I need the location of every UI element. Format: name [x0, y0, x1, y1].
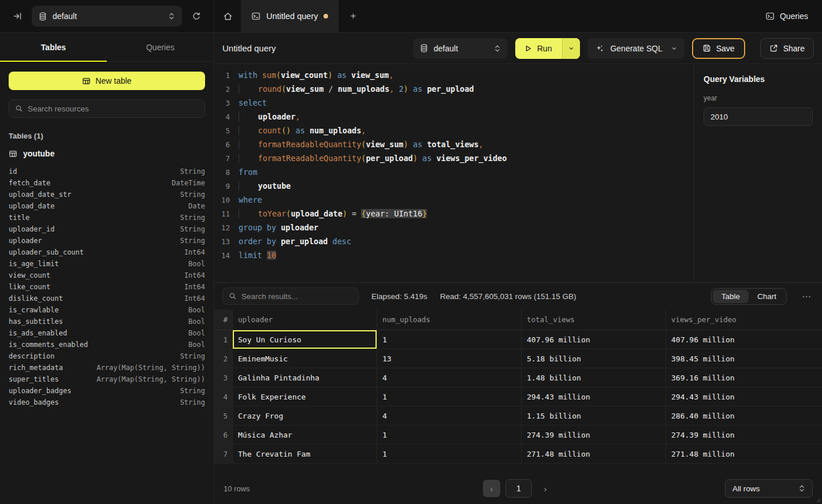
code-token: upload_date	[291, 209, 342, 218]
table-cell[interactable]: 294.43 million	[666, 387, 822, 406]
run-button[interactable]: Run	[515, 38, 563, 59]
schema-field[interactable]: descriptionString	[9, 350, 205, 362]
view-toggle-chart[interactable]: Chart	[749, 290, 785, 303]
table-cell[interactable]: 271.48 million	[522, 445, 666, 463]
table-cell[interactable]: 4	[377, 406, 522, 425]
table-cell[interactable]: EminemMusic	[233, 349, 377, 368]
home-button[interactable]	[214, 0, 241, 32]
schema-field[interactable]: upload_dateDate	[9, 200, 205, 212]
table-cell[interactable]: 271.48 million	[666, 445, 822, 463]
toolbar-database-select[interactable]: default	[413, 38, 508, 59]
sql-editor[interactable]: 1with sum(view_count) as view_sum,2 roun…	[214, 64, 694, 282]
schema-field[interactable]: uploader_badgesString	[9, 385, 205, 397]
line-number: 5	[214, 126, 230, 135]
tab-untitled-query[interactable]: Untitled query	[241, 0, 339, 32]
table-item-youtube[interactable]: youtube	[9, 149, 205, 158]
table-cell[interactable]: 1	[377, 387, 522, 406]
results-search[interactable]	[222, 288, 359, 305]
sidebar-tab-queries[interactable]: Queries	[107, 33, 214, 61]
table-cell[interactable]: 274.39 million	[522, 425, 666, 444]
table-cell[interactable]: Folk Experience	[233, 387, 377, 406]
column-header[interactable]: views_per_video	[666, 309, 822, 330]
table-cell[interactable]: The Crevatin Fam	[233, 445, 377, 463]
code-token: )	[404, 140, 408, 149]
code-line: 10where	[214, 193, 694, 207]
table-cell[interactable]: 1	[377, 330, 522, 349]
schema-field[interactable]: is_comments_enabledBool	[9, 339, 205, 350]
table-cell[interactable]: Música Azhar	[233, 425, 377, 444]
variable-input[interactable]	[704, 107, 813, 126]
table-row: 2EminemMusic135.18 billion398.45 million	[214, 349, 822, 368]
table-cell[interactable]: 294.43 million	[522, 387, 666, 406]
table-cell[interactable]: Galinha Pintadinha	[233, 368, 377, 387]
table-cell[interactable]: 286.40 million	[666, 406, 822, 425]
app-window: default Untitled query + Queries	[0, 0, 822, 504]
page-size-value: All rows	[732, 484, 760, 493]
results-search-input[interactable]	[241, 292, 352, 301]
more-options-button[interactable]: ⋯	[799, 291, 814, 302]
table-cell[interactable]: 274.39 million	[666, 425, 822, 444]
schema-field[interactable]: idString	[9, 166, 205, 177]
new-tab-button[interactable]: +	[339, 0, 367, 32]
table-cell[interactable]: 398.45 million	[666, 349, 822, 368]
resource-search-input[interactable]	[28, 104, 199, 113]
line-number: 2	[214, 85, 230, 94]
previous-page-button[interactable]: ‹	[483, 480, 500, 497]
run-options-button[interactable]	[562, 38, 580, 59]
schema-field[interactable]: is_ads_enabledBool	[9, 327, 205, 339]
schema-field[interactable]: has_subtitlesBool	[9, 316, 205, 327]
table-cell[interactable]: 1	[377, 425, 522, 444]
save-button[interactable]: Save	[692, 38, 745, 59]
table-cell[interactable]: 1.15 billion	[522, 406, 666, 425]
resource-search[interactable]	[9, 99, 205, 118]
schema-field[interactable]: uploader_idString	[9, 223, 205, 235]
sidebar-tab-tables[interactable]: Tables	[0, 33, 107, 61]
table-cell[interactable]: 4	[377, 368, 522, 387]
schema-field[interactable]: is_age_limitBool	[9, 258, 205, 270]
column-header[interactable]: num_uploads	[377, 309, 522, 330]
schema-field[interactable]: upload_date_strString	[9, 189, 205, 200]
schema-field[interactable]: rich_metadataArray(Map(String, String))	[9, 362, 205, 374]
schema-field[interactable]: titleString	[9, 212, 205, 223]
table-cell[interactable]: 1.48 billion	[522, 368, 666, 387]
view-toggle-table[interactable]: Table	[713, 290, 749, 303]
table-row: 6Música Azhar1274.39 million274.39 milli…	[214, 425, 822, 445]
schema-field[interactable]: super_titlesArray(Map(String, String))	[9, 374, 205, 385]
query-toolbar: Untitled query default Run	[214, 33, 822, 64]
refresh-button[interactable]	[188, 8, 204, 24]
line-number: 9	[214, 182, 230, 191]
code-token: uploader	[281, 223, 318, 232]
queries-panel-button[interactable]: Queries	[765, 12, 808, 21]
schema-field[interactable]: video_badgesString	[9, 397, 205, 408]
page-number-input[interactable]	[505, 479, 532, 498]
schema-field[interactable]: fetch_dateDateTime	[9, 177, 205, 189]
next-page-button[interactable]: ›	[537, 480, 553, 497]
schema-field[interactable]: like_countInt64	[9, 281, 205, 293]
table-cell[interactable]: 1	[377, 445, 522, 463]
table-cell[interactable]: 407.96 million	[522, 330, 666, 349]
schema-field[interactable]: uploaderString	[9, 235, 205, 247]
table-cell[interactable]: 5.18 billion	[522, 349, 666, 368]
schema-field[interactable]: is_crawlableBool	[9, 304, 205, 316]
new-table-button[interactable]: New table	[9, 72, 205, 90]
column-header[interactable]: #	[214, 309, 233, 330]
field-name: video_badges	[9, 398, 59, 406]
schema-field[interactable]: dislike_countInt64	[9, 293, 205, 304]
page-size-select[interactable]: All rows	[725, 479, 813, 498]
column-header[interactable]: total_views	[522, 309, 666, 330]
generate-sql-button[interactable]: Generate SQL	[587, 38, 684, 59]
resize-handle-icon[interactable]	[815, 497, 821, 503]
database-select[interactable]: default	[32, 6, 182, 27]
table-cell[interactable]: 13	[377, 349, 522, 368]
table-cell[interactable]: Soy Un Curioso	[233, 330, 377, 349]
schema-field[interactable]: view_countInt64	[9, 270, 205, 281]
table-cell[interactable]: 407.96 million	[666, 330, 822, 349]
column-header[interactable]: uploader	[233, 309, 377, 330]
field-name: like_count	[9, 283, 50, 291]
share-button[interactable]: Share	[760, 38, 814, 59]
collapse-sidebar-button[interactable]	[9, 8, 25, 24]
table-icon	[9, 150, 17, 158]
table-cell[interactable]: Crazy Frog	[233, 406, 377, 425]
schema-field[interactable]: uploader_sub_countInt64	[9, 247, 205, 258]
table-cell[interactable]: 369.16 million	[666, 368, 822, 387]
